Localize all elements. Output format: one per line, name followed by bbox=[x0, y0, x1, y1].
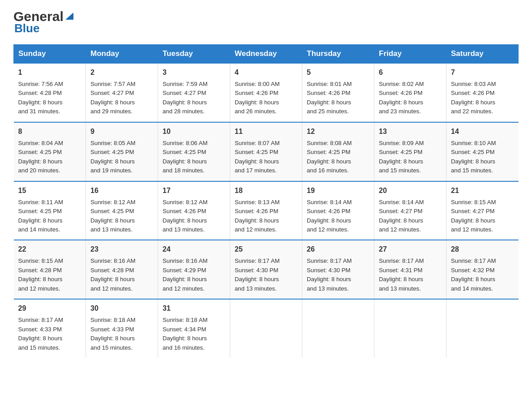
logo-triangle-icon bbox=[64, 11, 74, 21]
day-number: 27 bbox=[379, 244, 442, 255]
header-monday: Monday bbox=[86, 45, 158, 64]
calendar-day-cell: 7Sunrise: 8:03 AM Sunset: 4:26 PM Daylig… bbox=[446, 63, 519, 122]
day-number: 25 bbox=[235, 244, 297, 255]
day-info: Sunrise: 8:13 AM Sunset: 4:26 PM Dayligh… bbox=[235, 198, 297, 235]
calendar-week-row: 1Sunrise: 7:56 AM Sunset: 4:28 PM Daylig… bbox=[14, 63, 519, 122]
day-number: 4 bbox=[235, 67, 297, 78]
calendar-day-cell: 4Sunrise: 8:00 AM Sunset: 4:26 PM Daylig… bbox=[230, 63, 302, 122]
calendar-day-cell: 6Sunrise: 8:02 AM Sunset: 4:26 PM Daylig… bbox=[374, 63, 446, 122]
page-header: General Blue bbox=[13, 9, 519, 35]
day-number: 2 bbox=[90, 67, 153, 78]
day-info: Sunrise: 8:14 AM Sunset: 4:27 PM Dayligh… bbox=[379, 198, 442, 235]
day-number: 14 bbox=[451, 126, 514, 137]
day-info: Sunrise: 8:17 AM Sunset: 4:30 PM Dayligh… bbox=[235, 257, 297, 293]
day-info: Sunrise: 8:15 AM Sunset: 4:28 PM Dayligh… bbox=[18, 257, 82, 293]
calendar-day-cell: 12Sunrise: 8:08 AM Sunset: 4:25 PM Dayli… bbox=[302, 122, 374, 181]
day-info: Sunrise: 8:04 AM Sunset: 4:25 PM Dayligh… bbox=[18, 139, 82, 176]
calendar-day-cell: 15Sunrise: 8:11 AM Sunset: 4:25 PM Dayli… bbox=[14, 181, 86, 240]
calendar-day-cell: 24Sunrise: 8:16 AM Sunset: 4:29 PM Dayli… bbox=[158, 240, 230, 299]
calendar-day-cell: 28Sunrise: 8:17 AM Sunset: 4:32 PM Dayli… bbox=[446, 240, 519, 299]
calendar-day-cell: 30Sunrise: 8:18 AM Sunset: 4:33 PM Dayli… bbox=[86, 299, 158, 358]
day-info: Sunrise: 8:08 AM Sunset: 4:25 PM Dayligh… bbox=[307, 139, 369, 176]
day-number: 28 bbox=[451, 244, 514, 255]
calendar-day-cell: 14Sunrise: 8:10 AM Sunset: 4:25 PM Dayli… bbox=[446, 122, 519, 181]
day-number: 10 bbox=[163, 126, 225, 137]
day-info: Sunrise: 7:57 AM Sunset: 4:27 PM Dayligh… bbox=[90, 80, 153, 116]
day-number: 21 bbox=[451, 185, 514, 196]
svg-marker-0 bbox=[65, 13, 73, 20]
day-info: Sunrise: 8:12 AM Sunset: 4:26 PM Dayligh… bbox=[163, 198, 225, 235]
calendar-day-cell: 26Sunrise: 8:17 AM Sunset: 4:30 PM Dayli… bbox=[302, 240, 374, 299]
calendar-day-cell: 27Sunrise: 8:17 AM Sunset: 4:31 PM Dayli… bbox=[374, 240, 446, 299]
day-info: Sunrise: 7:59 AM Sunset: 4:27 PM Dayligh… bbox=[163, 80, 225, 116]
day-number: 24 bbox=[163, 244, 225, 255]
day-number: 9 bbox=[90, 126, 153, 137]
day-number: 18 bbox=[235, 185, 297, 196]
day-info: Sunrise: 7:56 AM Sunset: 4:28 PM Dayligh… bbox=[18, 80, 82, 116]
day-info: Sunrise: 8:17 AM Sunset: 4:31 PM Dayligh… bbox=[379, 257, 442, 293]
day-number: 1 bbox=[18, 67, 82, 78]
calendar-day-cell: 13Sunrise: 8:09 AM Sunset: 4:25 PM Dayli… bbox=[374, 122, 446, 181]
day-info: Sunrise: 8:00 AM Sunset: 4:26 PM Dayligh… bbox=[235, 80, 297, 116]
calendar-day-cell: 31Sunrise: 8:18 AM Sunset: 4:34 PM Dayli… bbox=[158, 299, 230, 358]
day-info: Sunrise: 8:11 AM Sunset: 4:25 PM Dayligh… bbox=[18, 198, 82, 235]
header-wednesday: Wednesday bbox=[230, 45, 302, 64]
day-info: Sunrise: 8:14 AM Sunset: 4:26 PM Dayligh… bbox=[307, 198, 369, 235]
calendar-day-cell: 25Sunrise: 8:17 AM Sunset: 4:30 PM Dayli… bbox=[230, 240, 302, 299]
header-saturday: Saturday bbox=[446, 45, 519, 64]
logo-blue: Blue bbox=[14, 21, 39, 35]
calendar-week-row: 8Sunrise: 8:04 AM Sunset: 4:25 PM Daylig… bbox=[14, 122, 519, 181]
day-info: Sunrise: 8:05 AM Sunset: 4:25 PM Dayligh… bbox=[90, 139, 153, 176]
header-tuesday: Tuesday bbox=[158, 45, 230, 64]
day-number: 30 bbox=[90, 303, 153, 314]
calendar-day-cell: 22Sunrise: 8:15 AM Sunset: 4:28 PM Dayli… bbox=[14, 240, 86, 299]
calendar-day-cell: 3Sunrise: 7:59 AM Sunset: 4:27 PM Daylig… bbox=[158, 63, 230, 122]
calendar-week-row: 29Sunrise: 8:17 AM Sunset: 4:33 PM Dayli… bbox=[14, 299, 519, 358]
day-number: 12 bbox=[307, 126, 369, 137]
header-sunday: Sunday bbox=[14, 45, 86, 64]
day-number: 31 bbox=[163, 303, 225, 314]
day-info: Sunrise: 8:15 AM Sunset: 4:27 PM Dayligh… bbox=[451, 198, 514, 235]
day-number: 15 bbox=[18, 185, 82, 196]
day-number: 5 bbox=[307, 67, 369, 78]
day-number: 23 bbox=[90, 244, 153, 255]
calendar-day-cell: 16Sunrise: 8:12 AM Sunset: 4:25 PM Dayli… bbox=[86, 181, 158, 240]
calendar-day-cell: 9Sunrise: 8:05 AM Sunset: 4:25 PM Daylig… bbox=[86, 122, 158, 181]
day-number: 11 bbox=[235, 126, 297, 137]
calendar-day-cell: 8Sunrise: 8:04 AM Sunset: 4:25 PM Daylig… bbox=[14, 122, 86, 181]
calendar-week-row: 22Sunrise: 8:15 AM Sunset: 4:28 PM Dayli… bbox=[14, 240, 519, 299]
day-info: Sunrise: 8:12 AM Sunset: 4:25 PM Dayligh… bbox=[90, 198, 153, 235]
day-info: Sunrise: 8:06 AM Sunset: 4:25 PM Dayligh… bbox=[163, 139, 225, 176]
calendar-day-cell bbox=[446, 299, 519, 358]
calendar-week-row: 15Sunrise: 8:11 AM Sunset: 4:25 PM Dayli… bbox=[14, 181, 519, 240]
calendar-header-row: SundayMondayTuesdayWednesdayThursdayFrid… bbox=[14, 45, 519, 64]
header-thursday: Thursday bbox=[302, 45, 374, 64]
day-info: Sunrise: 8:09 AM Sunset: 4:25 PM Dayligh… bbox=[379, 139, 442, 176]
header-friday: Friday bbox=[374, 45, 446, 64]
calendar-day-cell: 21Sunrise: 8:15 AM Sunset: 4:27 PM Dayli… bbox=[446, 181, 519, 240]
day-number: 20 bbox=[379, 185, 442, 196]
day-info: Sunrise: 8:17 AM Sunset: 4:30 PM Dayligh… bbox=[307, 257, 369, 293]
day-number: 6 bbox=[379, 67, 442, 78]
day-info: Sunrise: 8:01 AM Sunset: 4:26 PM Dayligh… bbox=[307, 80, 369, 116]
logo: General Blue bbox=[13, 9, 74, 35]
day-info: Sunrise: 8:03 AM Sunset: 4:26 PM Dayligh… bbox=[451, 80, 514, 116]
calendar-table: SundayMondayTuesdayWednesdayThursdayFrid… bbox=[13, 44, 519, 358]
day-info: Sunrise: 8:18 AM Sunset: 4:34 PM Dayligh… bbox=[163, 316, 225, 352]
calendar-day-cell bbox=[374, 299, 446, 358]
calendar-day-cell: 1Sunrise: 7:56 AM Sunset: 4:28 PM Daylig… bbox=[14, 63, 86, 122]
calendar-day-cell bbox=[302, 299, 374, 358]
day-number: 26 bbox=[307, 244, 369, 255]
calendar-day-cell: 20Sunrise: 8:14 AM Sunset: 4:27 PM Dayli… bbox=[374, 181, 446, 240]
calendar-day-cell: 19Sunrise: 8:14 AM Sunset: 4:26 PM Dayli… bbox=[302, 181, 374, 240]
day-number: 13 bbox=[379, 126, 442, 137]
day-info: Sunrise: 8:16 AM Sunset: 4:28 PM Dayligh… bbox=[90, 257, 153, 293]
calendar-day-cell: 18Sunrise: 8:13 AM Sunset: 4:26 PM Dayli… bbox=[230, 181, 302, 240]
calendar-day-cell: 29Sunrise: 8:17 AM Sunset: 4:33 PM Dayli… bbox=[14, 299, 86, 358]
day-number: 7 bbox=[451, 67, 514, 78]
day-info: Sunrise: 8:17 AM Sunset: 4:33 PM Dayligh… bbox=[18, 316, 82, 352]
day-number: 16 bbox=[90, 185, 153, 196]
calendar-day-cell: 17Sunrise: 8:12 AM Sunset: 4:26 PM Dayli… bbox=[158, 181, 230, 240]
day-number: 29 bbox=[18, 303, 82, 314]
day-number: 8 bbox=[18, 126, 82, 137]
